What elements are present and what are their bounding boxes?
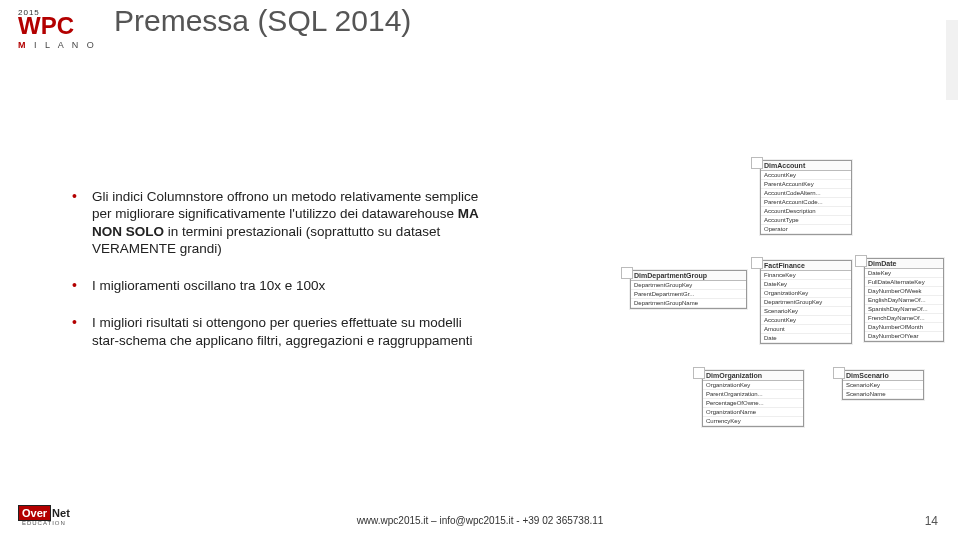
table-row: AccountDescription <box>761 207 851 216</box>
table-row: EnglishDayNameOf... <box>865 296 943 305</box>
table-header: FactFinance <box>761 261 851 271</box>
table-row: OrganizationName <box>703 408 803 417</box>
event-logo: 2015 WPC M I L A N O <box>18 8 98 50</box>
table-header: DimAccount <box>761 161 851 171</box>
connector <box>850 290 864 292</box>
table-header: DimOrganization <box>703 371 803 381</box>
star-schema-diagram: DimAccountAccountKeyParentAccountKeyAcco… <box>630 160 930 450</box>
table-row: DayNumberOfWeek <box>865 287 943 296</box>
table-row: CurrencyKey <box>703 417 803 426</box>
bullet-item: Gli indici Columnstore offrono un metodo… <box>70 188 490 257</box>
bullet-text: Gli indici Columnstore offrono un metodo… <box>92 189 478 221</box>
table-row: DayNumberOfYear <box>865 332 943 341</box>
scrollbar-track[interactable] <box>946 20 958 100</box>
table-row: FullDateAlternateKey <box>865 278 943 287</box>
table-header: DimDate <box>865 259 943 269</box>
table-row: PercentageOfOwne... <box>703 399 803 408</box>
table-dimorg: DimOrganizationOrganizationKeyParentOrga… <box>702 370 804 427</box>
table-row: ScenarioName <box>843 390 923 399</box>
table-header: DimScenario <box>843 371 923 381</box>
table-row: OrganizationKey <box>703 381 803 390</box>
table-dimdepartment: DimDepartmentGroupDepartmentGroupKeyPare… <box>630 270 747 309</box>
table-row: DepartmentGroupKey <box>761 298 851 307</box>
table-row: AccountKey <box>761 316 851 325</box>
footer-contact: www.wpc2015.it – info@wpc2015.it - +39 0… <box>0 515 960 526</box>
table-row: DayNumberOfMonth <box>865 323 943 332</box>
table-row: ParentAccountKey <box>761 180 851 189</box>
table-factfinance: FactFinanceFinanceKeyDateKeyOrganization… <box>760 260 852 344</box>
connector <box>745 290 760 292</box>
table-row: ParentAccountCode... <box>761 198 851 207</box>
table-row: OrganizationKey <box>761 289 851 298</box>
table-row: SpanishDayNameOf... <box>865 305 943 314</box>
table-row: DateKey <box>761 280 851 289</box>
logo-sub-red: M <box>18 40 29 50</box>
logo-sub-rest: I L A N O <box>34 40 97 50</box>
bullet-item: I migliori risultati si ottengono per qu… <box>70 314 490 349</box>
logo-sub: M I L A N O <box>18 40 98 50</box>
table-dimdate: DimDateDateKeyFullDateAlternateKeyDayNum… <box>864 258 944 342</box>
table-dimaccount: DimAccountAccountKeyParentAccountKeyAcco… <box>760 160 852 235</box>
bullet-text: I miglioramenti oscillano tra 10x e 100x <box>92 278 325 293</box>
table-row: Operator <box>761 225 851 234</box>
table-row: Date <box>761 334 851 343</box>
table-header: DimDepartmentGroup <box>631 271 746 281</box>
table-row: AccountKey <box>761 171 851 180</box>
table-row: Amount <box>761 325 851 334</box>
connector <box>828 342 830 380</box>
table-row: ScenarioKey <box>761 307 851 316</box>
table-row: AccountCodeAltern... <box>761 189 851 198</box>
page-number: 14 <box>925 514 938 528</box>
table-dimscenario: DimScenarioScenarioKeyScenarioName <box>842 370 924 400</box>
table-row: ParentDepartmentGr... <box>631 290 746 299</box>
logo-main: WPC <box>18 15 98 38</box>
table-row: ParentOrganization... <box>703 390 803 399</box>
bullet-text: I migliori risultati si ottengono per qu… <box>92 315 472 347</box>
table-row: DepartmentGroupName <box>631 299 746 308</box>
table-row: FrenchDayNameOf... <box>865 314 943 323</box>
slide-title: Premessa (SQL 2014) <box>114 4 411 38</box>
bullet-item: I miglioramenti oscillano tra 10x e 100x <box>70 277 490 294</box>
table-row: FinanceKey <box>761 271 851 280</box>
table-row: DepartmentGroupKey <box>631 281 746 290</box>
table-row: ScenarioKey <box>843 381 923 390</box>
table-row: DateKey <box>865 269 943 278</box>
bullet-list: Gli indici Columnstore offrono un metodo… <box>70 188 490 369</box>
table-row: AccountType <box>761 216 851 225</box>
